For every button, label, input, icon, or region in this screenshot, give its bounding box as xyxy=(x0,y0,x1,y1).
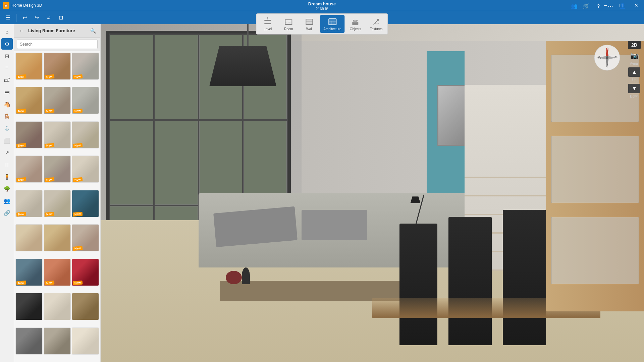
furniture-item-14[interactable]: New xyxy=(44,190,71,217)
redo-button[interactable]: ↪ xyxy=(31,12,42,23)
left-icon-tree[interactable]: 🌳 xyxy=(1,183,13,194)
window-controls: ─ □ ✕ xyxy=(598,0,644,11)
window-pane xyxy=(110,121,153,205)
lamp-shade xyxy=(209,46,276,86)
search-input[interactable] xyxy=(17,40,98,49)
app-title: Home Design 3D xyxy=(11,3,42,8)
furniture-item-1[interactable]: New xyxy=(15,53,43,80)
new-badge-3: New xyxy=(73,74,83,79)
furniture-item-17[interactable] xyxy=(44,224,71,251)
tool-wall[interactable]: Wall xyxy=(299,15,319,33)
panel-search-icon[interactable]: 🔍 xyxy=(89,27,97,35)
furniture-item-10[interactable]: New xyxy=(15,156,43,183)
left-icon-tools[interactable]: ⚙ xyxy=(1,38,13,50)
left-icon-window[interactable]: ⬜ xyxy=(1,135,13,146)
tool-objects[interactable]: Objects xyxy=(345,15,366,33)
left-icon-connect[interactable]: 🔗 xyxy=(1,207,13,219)
new-badge-15: New xyxy=(73,212,83,217)
down-label: Down xyxy=(630,95,639,98)
tool-textures[interactable]: Textures xyxy=(366,15,386,33)
3d-viewport[interactable]: N S W E 2D 📷 Aerial ▲ Up ▼ Down xyxy=(101,24,644,362)
furniture-item-27[interactable] xyxy=(72,327,99,355)
furniture-item-24[interactable] xyxy=(72,293,99,320)
furniture-item-20[interactable]: New xyxy=(44,259,71,286)
furniture-item-6[interactable]: New xyxy=(72,87,99,114)
dining-chair-2 xyxy=(448,217,492,345)
furniture-item-5[interactable]: New xyxy=(44,87,71,114)
2d-button[interactable]: 2D xyxy=(628,41,641,49)
left-icon-stairs[interactable]: ↗ xyxy=(1,147,13,158)
furniture-item-3[interactable]: New xyxy=(72,53,99,80)
action-button-1[interactable]: ⤾ xyxy=(43,12,54,23)
furniture-item-16[interactable] xyxy=(15,224,43,251)
furniture-item-18[interactable]: New xyxy=(72,224,99,251)
minimize-button[interactable]: ─ xyxy=(598,0,613,11)
tool-level[interactable]: Level xyxy=(258,15,278,33)
svg-rect-1 xyxy=(264,20,271,21)
window-pane xyxy=(155,121,198,205)
cushion-2 xyxy=(302,210,367,240)
furniture-item-22[interactable] xyxy=(15,293,43,320)
room-scene xyxy=(101,24,644,362)
new-badge-19: New xyxy=(16,280,26,285)
furniture-item-23[interactable] xyxy=(44,293,71,320)
item-thumbnail-24 xyxy=(72,293,99,320)
panel-title: Living Room Furniture xyxy=(28,28,86,33)
undo-button[interactable]: ↩ xyxy=(19,12,30,23)
furniture-item-25[interactable] xyxy=(15,327,43,355)
left-icon-sofa[interactable]: 🛋 xyxy=(1,74,13,86)
left-icon-chair[interactable]: 🪑 xyxy=(1,111,13,122)
window-pane xyxy=(110,35,153,119)
new-badge-8: New xyxy=(45,143,54,148)
svg-text:W: W xyxy=(598,56,601,60)
new-badge-9: New xyxy=(73,143,83,148)
svg-point-14 xyxy=(357,20,358,21)
up-button[interactable]: ▲ xyxy=(628,67,640,77)
new-badge-1: New xyxy=(16,74,26,79)
left-icon-bed[interactable]: 🛏 xyxy=(1,86,13,98)
left-icon-group[interactable]: 👥 xyxy=(1,195,13,206)
users-button[interactable]: 👥 xyxy=(570,1,579,11)
furniture-item-8[interactable]: New xyxy=(44,121,71,148)
panel-back-button[interactable]: ← xyxy=(17,27,25,35)
separator-1 xyxy=(16,14,16,22)
furniture-item-21[interactable]: New xyxy=(72,259,99,286)
furniture-item-19[interactable]: New xyxy=(15,259,43,286)
item-thumbnail-25 xyxy=(16,328,42,354)
cart-button[interactable]: 🛒 xyxy=(582,1,591,11)
furniture-item-9[interactable]: New xyxy=(72,121,99,148)
furniture-item-15[interactable]: New xyxy=(72,190,99,217)
left-icon-hanger[interactable]: ⚓ xyxy=(1,123,13,134)
furniture-item-4[interactable]: New xyxy=(15,87,43,114)
furniture-item-13[interactable]: New xyxy=(15,190,43,217)
new-badge-2: New xyxy=(45,74,54,79)
svg-text:E: E xyxy=(614,56,617,60)
tool-architecture[interactable]: Architecture xyxy=(320,15,344,33)
furniture-item-2[interactable]: New xyxy=(44,53,71,80)
title-bar: 🏠 Home Design 3D Dream house 2169 ft² 👥 … xyxy=(0,0,644,11)
close-button[interactable]: ✕ xyxy=(629,0,644,11)
furniture-item-26[interactable] xyxy=(44,327,71,355)
left-icon-layers[interactable]: ≡ xyxy=(1,62,13,74)
left-icon-fence[interactable]: ||| xyxy=(1,159,13,170)
window-pane xyxy=(155,35,198,119)
left-icon-grid[interactable]: ⊞ xyxy=(1,50,13,62)
action-button-2[interactable]: ⊡ xyxy=(55,12,66,23)
down-button[interactable]: ▼ xyxy=(628,84,640,93)
left-icon-home[interactable]: ⌂ xyxy=(1,26,13,38)
svg-rect-0 xyxy=(264,23,271,24)
svg-marker-3 xyxy=(267,17,269,18)
item-thumbnail-17 xyxy=(44,225,70,251)
furniture-item-11[interactable]: New xyxy=(44,156,71,183)
furniture-item-7[interactable]: New xyxy=(15,121,43,148)
window-pane xyxy=(199,121,243,205)
furniture-items-grid: NewNewNewNewNewNewNewNewNewNewNewNewNewN… xyxy=(14,51,100,362)
hamburger-button[interactable]: ☰ xyxy=(3,12,13,23)
compass: N S W E xyxy=(594,44,621,71)
left-icon-animal[interactable]: 🐴 xyxy=(1,99,13,110)
furniture-item-12[interactable]: New xyxy=(72,156,99,183)
maximize-button[interactable]: □ xyxy=(613,0,629,11)
tool-room[interactable]: Room xyxy=(278,15,299,33)
left-icon-person[interactable]: 🧍 xyxy=(1,171,13,182)
item-thumbnail-16 xyxy=(16,225,42,251)
